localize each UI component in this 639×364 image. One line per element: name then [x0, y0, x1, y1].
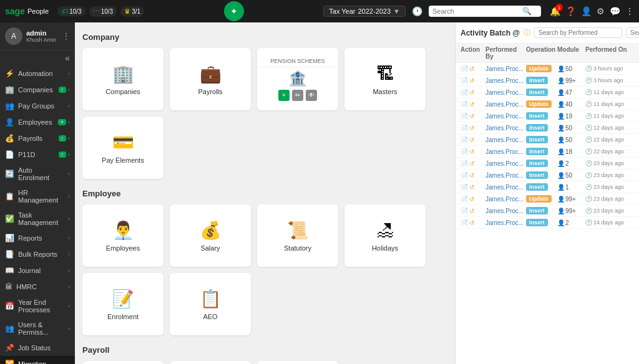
clock-icon: 🕐	[585, 184, 592, 190]
chevron-icon: ›	[68, 171, 70, 177]
sidebar-item-pay-groups[interactable]: 👥Pay Groups ›	[0, 98, 75, 114]
activity-row[interactable]: 📄 ↺ James.Proc... Insert 👤99+ 🕐23 days a…	[456, 205, 639, 217]
search-by-module-input[interactable]	[626, 27, 639, 38]
card-masters[interactable]: 🏗 Masters	[344, 48, 426, 110]
activity-row[interactable]: 📄 ↺ James.Proc... Update 👤40 🕐11 days ag…	[456, 98, 639, 110]
dots-badge[interactable]: ⋯ 10/3	[89, 6, 117, 17]
row-count: 👤2	[557, 219, 585, 226]
user-icon[interactable]: 👤	[581, 6, 592, 16]
activity-row[interactable]: 📄 ↺ James.Proc... Insert 👤2 🕐23 days ago	[456, 158, 639, 170]
sidebar-label-reports: Reports	[18, 234, 42, 242]
bell-icon[interactable]: 🔔 1	[550, 6, 560, 16]
sidebar-item-bulk-reports[interactable]: 📑Bulk Reports ›	[0, 246, 75, 262]
chat-icon[interactable]: 💬	[610, 6, 620, 16]
user-name: admin	[26, 29, 59, 37]
sidebar-item-users[interactable]: 👥Users & Permiss... ›	[0, 317, 75, 340]
activity-row[interactable]: 📄 ↺ James.Proc... Insert 👤50 🕐22 days ag…	[456, 134, 639, 146]
clock-icon: 🕐	[585, 136, 592, 143]
help-icon[interactable]: ❓	[565, 6, 576, 16]
search-icon: 🔍	[522, 7, 532, 16]
sidebar-item-task[interactable]: ✅Task Management ›	[0, 208, 75, 230]
sidebar-item-automation[interactable]: ⚡Automation ›	[0, 65, 75, 82]
card-aeo[interactable]: 📋 AEO	[170, 273, 251, 335]
more-icon[interactable]: ⋮	[625, 6, 634, 16]
sidebar-item-hr[interactable]: 📋HR Management ›	[0, 185, 75, 208]
row-action-icons: 📄 ↺	[461, 65, 485, 72]
card-single-click[interactable]: 🖱 Single Click	[257, 361, 338, 364]
refresh-icon: ↺	[469, 219, 474, 226]
pension-add-btn[interactable]: +	[278, 90, 290, 101]
sidebar-item-hmrc[interactable]: 🏛HMRC ›	[0, 279, 75, 295]
sidebar-item-reports[interactable]: 📊Reports ›	[0, 230, 75, 246]
crown-icon: ♛	[124, 7, 130, 16]
sidebar-item-job-status[interactable]: 📌Job Status	[0, 340, 75, 356]
card-salary-label: Salary	[200, 244, 220, 252]
row-count: 👤2	[557, 160, 585, 167]
activity-row[interactable]: 📄 ↺ James.Proc... Insert 👤50 🕐23 days ag…	[456, 170, 639, 181]
payrolls-icon: 💰	[5, 134, 14, 143]
crown-badge[interactable]: ♛ 3/1	[120, 6, 144, 17]
pension-edit-btn[interactable]: ✏	[292, 90, 303, 101]
sidebar-label-automation: Automation	[18, 70, 53, 77]
tag-badge[interactable]: 🏷 10/3	[57, 6, 85, 16]
sidebar-item-p11d[interactable]: 📄P11D ↑ ›	[0, 146, 75, 163]
sidebar-item-year-end[interactable]: 📅Year End Processes ›	[0, 295, 75, 317]
refresh-icon: ↺	[469, 101, 474, 108]
sidebar-item-payrolls[interactable]: 💰Payrolls ↑ ›	[0, 130, 75, 146]
activity-row[interactable]: 📄 ↺ James.Proc... Update 👤50 🕐3 hours ag…	[456, 63, 639, 75]
sidebar-item-journal[interactable]: 📖Journal ›	[0, 262, 75, 279]
home-icon[interactable]: ✦	[224, 1, 244, 21]
card-paye[interactable]: 💵 PAYE	[170, 361, 251, 364]
card-pension-schemes[interactable]: PENSION SCHEMES 🏦 + ✏ 👁	[257, 48, 338, 110]
card-enrolment[interactable]: 📝 Enrolment	[82, 273, 163, 335]
card-pay-elements[interactable]: 💳 Pay Elements	[82, 117, 163, 179]
clock-icon: 🕐	[585, 125, 592, 131]
sidebar-item-employees[interactable]: 👤Employees + ›	[0, 114, 75, 130]
companies-icon: 🏢	[5, 85, 14, 94]
sidebar-label-hmrc: HMRC	[16, 283, 37, 290]
clock-icon: 🕐	[585, 219, 592, 226]
pension-view-btn[interactable]: 👁	[306, 90, 317, 101]
activity-row[interactable]: 📄 ↺ James.Proc... Insert 👤50 🕐12 days ag…	[456, 122, 639, 134]
card-employees[interactable]: 👨‍💼 Employees	[82, 204, 163, 267]
card-salary[interactable]: 💰 Salary	[170, 204, 251, 267]
sidebar-item-companies[interactable]: 🏢Companies ↑ ›	[0, 82, 75, 98]
activity-row[interactable]: 📄 ↺ James.Proc... Insert 👤47 🕐11 days ag…	[456, 87, 639, 98]
job-status-icon: 📌	[5, 343, 14, 352]
user-profile: A admin Khush Amin ⋮	[0, 22, 75, 50]
refresh-icon: ↺	[469, 65, 474, 72]
activity-row[interactable]: 📄 ↺ James.Proc... Insert 👤2 🕐24 days ago	[456, 217, 639, 229]
row-action-icons: 📄 ↺	[461, 148, 485, 155]
refresh-icon: ↺	[469, 172, 474, 179]
user-menu-icon[interactable]: ⋮	[62, 32, 70, 41]
card-holidays[interactable]: 🏖 Holidays	[344, 204, 426, 267]
sidebar-item-migration[interactable]: 🔀Migration	[0, 356, 75, 364]
sidebar-label-task: Task Management	[18, 211, 64, 226]
row-action-icons: 📄 ↺	[461, 101, 485, 108]
search-input[interactable]	[432, 7, 520, 15]
search-bar[interactable]: 🔍	[429, 6, 541, 17]
activity-row[interactable]: 📄 ↺ James.Proc... Insert 👤18 🕐22 days ag…	[456, 146, 639, 158]
activity-info-icon: ⓘ	[524, 28, 530, 37]
sidebar-item-auto-enrolment[interactable]: 🔄Auto Enrolment ›	[0, 163, 75, 185]
search-by-performed-input[interactable]	[534, 27, 622, 38]
tax-year-selector[interactable]: Tax Year 2022-2023 ▼	[323, 6, 406, 17]
salary-card-icon: 💰	[200, 220, 222, 241]
activity-row[interactable]: 📄 ↺ James.Proc... Insert 👤1 🕐23 days ago	[456, 181, 639, 193]
activity-row[interactable]: 📄 ↺ James.Proc... Insert 👤19 🕐11 days ag…	[456, 110, 639, 122]
sidebar-collapse-icon[interactable]: «	[0, 50, 75, 65]
company-card-grid: 🏢 Companies 💼 Payrolls PENSION SCHEMES 🏦…	[82, 48, 447, 179]
card-statutory[interactable]: 📜 Statutory	[257, 204, 338, 267]
activity-row[interactable]: 📄 ↺ James.Proc... Insert 👤99+ 🕐3 hours a…	[456, 75, 639, 87]
activity-row[interactable]: 📄 ↺ James.Proc... Update 👤99+ 🕐23 days a…	[456, 193, 639, 205]
card-payrolls[interactable]: 💼 Payrolls	[170, 48, 251, 110]
card-fps-p11[interactable]: 📊 FPS / P11	[82, 361, 163, 364]
row-when: 🕐11 days ago	[585, 113, 632, 119]
settings-icon[interactable]: ⚙	[597, 6, 605, 16]
card-companies[interactable]: 🏢 Companies	[82, 48, 163, 110]
row-count: 👤50	[557, 172, 585, 179]
row-count: 👤99+	[557, 77, 585, 84]
chevron-icon: ›	[68, 193, 70, 199]
row-performed-by: James.Proc...	[485, 196, 526, 203]
employee-card-grid: 👨‍💼 Employees 💰 Salary 📜 Statutory 🏖 Hol…	[82, 204, 447, 335]
